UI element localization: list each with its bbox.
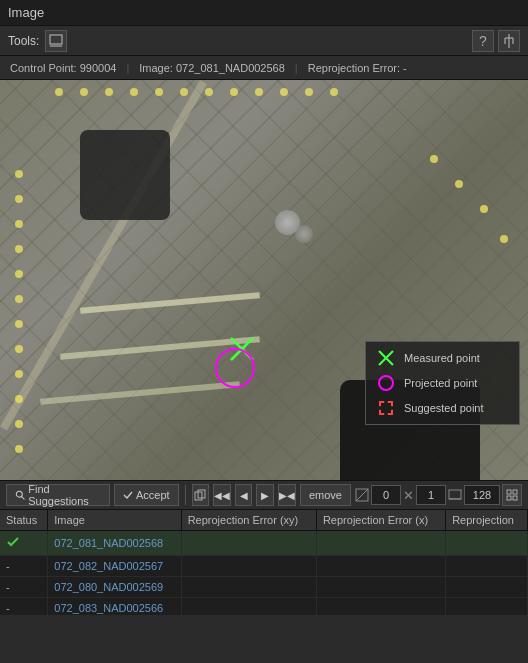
action-right: ✕ bbox=[355, 484, 522, 506]
col-reprojection: Reprojection bbox=[446, 510, 528, 531]
window-title: Image bbox=[8, 5, 44, 20]
cell-error-xy bbox=[181, 531, 316, 556]
table-row[interactable]: -072_082_NAD002567 bbox=[0, 556, 528, 577]
cell-error-x bbox=[316, 598, 445, 616]
zero-field-group bbox=[355, 485, 401, 505]
bottom-section: Status Image Reprojection Error (xy) Rep… bbox=[0, 510, 528, 615]
legend-box: Measured point Projected point Suggested… bbox=[365, 341, 520, 425]
toolbar: Tools: ? bbox=[0, 26, 528, 56]
help-button[interactable]: ? bbox=[472, 30, 494, 52]
table-header-row: Status Image Reprojection Error (xy) Rep… bbox=[0, 510, 528, 531]
grid-button[interactable] bbox=[502, 484, 522, 506]
images-table: Status Image Reprojection Error (xy) Rep… bbox=[0, 510, 528, 615]
table-row[interactable]: -072_083_NAD002566 bbox=[0, 598, 528, 616]
status-dash: - bbox=[6, 602, 10, 614]
cell-reprojection bbox=[446, 598, 528, 616]
cell-reprojection bbox=[446, 556, 528, 577]
sep1: | bbox=[126, 62, 129, 74]
col-error-xy: Reprojection Error (xy) bbox=[181, 510, 316, 531]
image-link[interactable]: 072_083_NAD002566 bbox=[54, 602, 163, 614]
cell-status: - bbox=[0, 577, 48, 598]
nav-last-button[interactable]: ▶◀ bbox=[278, 484, 296, 506]
legend-projected: Projected point bbox=[376, 373, 509, 393]
title-bar: Image bbox=[0, 0, 528, 26]
control-point-info: Control Point: 990004 bbox=[10, 62, 116, 74]
nav-prev-button[interactable]: ◀ bbox=[235, 484, 252, 506]
legend-measured: Measured point bbox=[376, 348, 509, 368]
suggested-icon bbox=[376, 398, 396, 418]
svg-line-12 bbox=[21, 496, 24, 499]
svg-rect-17 bbox=[449, 490, 461, 499]
suggested-label: Suggested point bbox=[404, 402, 484, 414]
svg-line-16 bbox=[356, 489, 368, 501]
one-input[interactable] bbox=[416, 485, 446, 505]
svg-rect-0 bbox=[50, 35, 62, 44]
tools-icon-btn[interactable] bbox=[45, 30, 67, 52]
multiply-icon: ✕ bbox=[403, 488, 414, 503]
cell-status: - bbox=[0, 556, 48, 577]
info-bar: Control Point: 990004 | Image: 072_081_N… bbox=[0, 56, 528, 80]
table-row[interactable]: 072_081_NAD002568 bbox=[0, 531, 528, 556]
cell-image[interactable]: 072_081_NAD002568 bbox=[48, 531, 181, 556]
tools-label: Tools: bbox=[8, 34, 39, 48]
cell-image[interactable]: 072_080_NAD002569 bbox=[48, 577, 181, 598]
table-wrapper[interactable]: Status Image Reprojection Error (xy) Rep… bbox=[0, 510, 528, 615]
copy-button[interactable] bbox=[192, 484, 209, 506]
measured-icon bbox=[376, 348, 396, 368]
cell-status: - bbox=[0, 598, 48, 616]
reprojection-info: Reprojection Error: - bbox=[308, 62, 407, 74]
svg-rect-20 bbox=[513, 490, 517, 494]
toolbar-right: ? bbox=[472, 30, 520, 52]
svg-rect-21 bbox=[507, 496, 511, 500]
projected-point-marker bbox=[215, 348, 255, 388]
image-link[interactable]: 072_081_NAD002568 bbox=[54, 537, 163, 549]
zero-input[interactable] bbox=[371, 485, 401, 505]
svg-rect-19 bbox=[507, 490, 511, 494]
one-field-group: ✕ bbox=[403, 485, 446, 505]
action-bar: Find Suggestions Accept ◀◀ ◀ ▶ ▶◀ emove … bbox=[0, 480, 528, 510]
legend-suggested: Suggested point bbox=[376, 398, 509, 418]
cell-reprojection bbox=[446, 577, 528, 598]
status-dash: - bbox=[6, 560, 10, 572]
measured-label: Measured point bbox=[404, 352, 480, 364]
remove-button[interactable]: emove bbox=[300, 484, 351, 506]
status-dash: - bbox=[6, 581, 10, 593]
cell-error-xy bbox=[181, 598, 316, 616]
col-image: Image bbox=[48, 510, 181, 531]
table-row[interactable]: -072_080_NAD002569 bbox=[0, 577, 528, 598]
image-link[interactable]: 072_080_NAD002569 bbox=[54, 581, 163, 593]
image-info: Image: 072_081_NAD002568 bbox=[139, 62, 285, 74]
bytes-field-group bbox=[448, 485, 500, 505]
cell-error-x bbox=[316, 577, 445, 598]
cell-image[interactable]: 072_083_NAD002566 bbox=[48, 598, 181, 616]
sep2: | bbox=[295, 62, 298, 74]
cell-error-xy bbox=[181, 577, 316, 598]
cell-error-xy bbox=[181, 556, 316, 577]
find-suggestions-button[interactable]: Find Suggestions bbox=[6, 484, 110, 506]
image-viewport[interactable]: Measured point Projected point Suggested… bbox=[0, 80, 528, 480]
cell-reprojection bbox=[446, 531, 528, 556]
cell-error-x bbox=[316, 531, 445, 556]
nav-next-button[interactable]: ▶ bbox=[256, 484, 273, 506]
image-link[interactable]: 072_082_NAD002567 bbox=[54, 560, 163, 572]
svg-point-11 bbox=[16, 491, 22, 497]
cell-status bbox=[0, 531, 48, 556]
bytes-input[interactable] bbox=[464, 485, 500, 505]
pin-button[interactable] bbox=[498, 30, 520, 52]
projected-label: Projected point bbox=[404, 377, 477, 389]
cell-error-x bbox=[316, 556, 445, 577]
cell-image[interactable]: 072_082_NAD002567 bbox=[48, 556, 181, 577]
projected-icon bbox=[376, 373, 396, 393]
col-error-x: Reprojection Error (x) bbox=[316, 510, 445, 531]
col-status: Status bbox=[0, 510, 48, 531]
sep-action bbox=[185, 485, 186, 505]
nav-first-button[interactable]: ◀◀ bbox=[213, 484, 231, 506]
svg-rect-22 bbox=[513, 496, 517, 500]
accept-button[interactable]: Accept bbox=[114, 484, 179, 506]
